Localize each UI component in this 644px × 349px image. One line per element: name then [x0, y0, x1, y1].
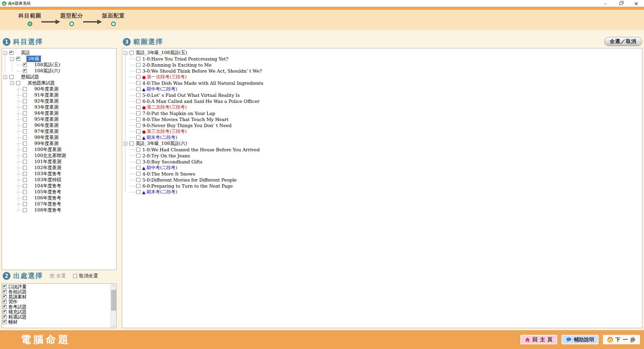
tree-checkbox[interactable]	[23, 105, 27, 109]
tree-item-label[interactable]: 96年度基測	[33, 122, 59, 128]
tree-row[interactable]: ●第二次段考(三段考)	[122, 104, 642, 110]
minimize-icon[interactable]: –	[598, 0, 613, 7]
tree-checkbox[interactable]	[130, 51, 134, 55]
tree-checkbox[interactable]	[136, 93, 140, 97]
tree-item-label[interactable]: 98年度基測	[33, 134, 59, 141]
tree-item-label[interactable]: 期末考(二段考)	[145, 189, 178, 195]
tree-item-label[interactable]: 105年度會考	[33, 189, 62, 195]
tree-checkbox[interactable]	[136, 99, 140, 103]
tree-row[interactable]: -英語_3年級_108英語(六)	[122, 141, 642, 147]
select-all-toggle-button[interactable]: 全選／取消	[604, 37, 642, 46]
tree-row[interactable]: 6-0:A Man Called and Said He Was a Polic…	[122, 98, 642, 104]
tree-item-label[interactable]: 其他題庫試題	[27, 80, 56, 86]
tree-row[interactable]: 100北北基聯測	[2, 153, 116, 159]
tree-checkbox[interactable]	[23, 166, 27, 170]
tree-row[interactable]: 9-0:Never Buy Things You Don’ t Need	[122, 122, 642, 128]
collapse-expander-icon[interactable]: -	[124, 51, 127, 55]
tree-checkbox[interactable]	[23, 93, 27, 97]
tree-checkbox[interactable]	[136, 178, 140, 182]
tree-checkbox[interactable]	[23, 63, 27, 67]
scrollbar-thumb[interactable]	[111, 290, 116, 311]
tree-item-label[interactable]: 104年度會考	[33, 183, 62, 189]
tree-row[interactable]: -英語	[2, 50, 116, 56]
tree-row[interactable]: 107年度會考	[2, 201, 116, 207]
tree-checkbox[interactable]	[130, 142, 134, 146]
tree-row[interactable]: 8-0:The Movies That Touch My Heart	[122, 116, 642, 122]
tree-checkbox[interactable]	[23, 160, 27, 164]
tree-checkbox[interactable]	[16, 81, 20, 85]
tree-row[interactable]: 1-0:Have You Tried Postcrossing Yet?	[122, 56, 642, 62]
tree-item-label[interactable]: 9-0:Never Buy Things You Don’ t Need	[141, 123, 233, 128]
tree-checkbox[interactable]	[136, 111, 140, 115]
tree-item-label[interactable]: 6-0:Preparing to Turn to the Next Page	[141, 183, 234, 189]
tree-item-label[interactable]: 4-0:The More It Snows	[141, 171, 196, 177]
tree-checkbox[interactable]	[136, 87, 140, 91]
tree-item-label[interactable]: 第二次段考(三段考)	[146, 104, 188, 110]
tree-item-label[interactable]: 97年度基測	[33, 128, 59, 134]
tree-row[interactable]: -歷屆試題	[2, 74, 116, 80]
tree-item-label[interactable]: 期末考(二段考)	[145, 134, 178, 141]
tree-item-label[interactable]: 第一次段考(三段考)	[146, 74, 188, 80]
tree-item-label[interactable]: 英語	[20, 50, 31, 56]
tree-item-label[interactable]: 2-0:Running Is Exciting to Me	[141, 62, 212, 68]
tree-item-label[interactable]: 108英語(五)	[33, 62, 61, 68]
tree-item-label[interactable]: 95年度基測	[33, 116, 59, 122]
tree-checkbox[interactable]	[136, 75, 140, 79]
tree-checkbox[interactable]	[136, 129, 140, 133]
tree-item-label[interactable]: 8-0:The Movies That Touch My Heart	[141, 117, 230, 122]
tree-item-label[interactable]: 94年度基測	[33, 110, 59, 116]
tree-row[interactable]: 3-0:Buy Secondhand Gifts	[122, 159, 642, 165]
tree-item-label[interactable]: 第三次段考(三段考)	[146, 128, 188, 134]
tree-row[interactable]: 99年度基測	[2, 141, 116, 147]
tree-checkbox[interactable]	[16, 57, 20, 61]
tree-item-label[interactable]: 1-0:We Had Cleaned the House Before You …	[141, 147, 261, 152]
tree-item-label[interactable]: 100北北基聯測	[33, 153, 67, 159]
collapse-expander-icon[interactable]: -	[3, 51, 7, 55]
source-checkbox[interactable]	[3, 295, 7, 299]
tree-item-label[interactable]: 英語_3年級_108英語(五)	[135, 50, 188, 56]
tree-row[interactable]: ▲期末考(二段考)	[122, 134, 642, 141]
tree-item-label[interactable]: 5-0:Let’ s Find Out What Virtual Reality…	[141, 92, 241, 98]
tree-checkbox[interactable]	[23, 196, 27, 200]
source-checkbox[interactable]	[3, 315, 7, 319]
tree-checkbox[interactable]	[23, 69, 27, 73]
tree-row[interactable]: 90年度基測	[2, 86, 116, 92]
tree-row[interactable]: ▲期末考(二段考)	[122, 189, 642, 195]
tree-row[interactable]: 92年度基測	[2, 98, 116, 104]
tree-row[interactable]: 4-0:The More It Snows	[122, 171, 642, 177]
select-all-checkbox[interactable]	[50, 274, 54, 278]
tree-item-label[interactable]: 92年度基測	[33, 98, 59, 104]
tree-row[interactable]: 2-0:Try On the Jeans	[122, 153, 642, 159]
tree-item-label[interactable]: 101年度基測	[33, 159, 62, 165]
tree-row[interactable]: 98年度基測	[2, 134, 116, 141]
source-checkbox[interactable]	[3, 285, 7, 289]
wizard-step-1[interactable]: 科目範圍	[19, 12, 41, 26]
next-button[interactable]: 下一步	[603, 335, 640, 344]
tree-row[interactable]: 100年度基測	[2, 147, 116, 153]
tree-item-label[interactable]: 103年度特招	[33, 177, 62, 183]
tree-checkbox[interactable]	[23, 87, 27, 91]
tree-checkbox[interactable]	[136, 69, 140, 73]
tree-row[interactable]: ▲期中考(二段考)	[122, 165, 642, 171]
tree-checkbox[interactable]	[136, 184, 140, 188]
tree-checkbox[interactable]	[136, 81, 140, 85]
tree-item-label[interactable]: 107年度會考	[33, 201, 62, 207]
source-checkbox[interactable]	[3, 300, 7, 304]
tree-row[interactable]: 93年度基測	[2, 104, 116, 110]
tree-checkbox[interactable]	[23, 99, 27, 103]
deselect-all-checkbox[interactable]	[73, 274, 77, 278]
tree-row[interactable]: 2-0:Running Is Exciting to Me	[122, 62, 642, 68]
tree-row[interactable]: 4-0:The Dish Was Made with All Natural I…	[122, 80, 642, 86]
tree-checkbox[interactable]	[136, 172, 140, 176]
tree-checkbox[interactable]	[23, 208, 27, 212]
tree-item-label[interactable]: 91年度基測	[33, 92, 59, 98]
tree-row[interactable]: 101年度基測	[2, 159, 116, 165]
help-button[interactable]: 輔助說明	[562, 335, 599, 344]
tree-checkbox[interactable]	[9, 75, 13, 79]
tree-row[interactable]: 105年度會考	[2, 189, 116, 195]
tree-item-label[interactable]: 106年度會考	[33, 195, 62, 201]
tree-item-label[interactable]: 108年度會考	[33, 207, 62, 213]
tree-checkbox[interactable]	[23, 178, 27, 182]
tree-row[interactable]: -英語_3年級_108英語(五)	[122, 50, 642, 56]
tree-row[interactable]: 103年度會考	[2, 171, 116, 177]
